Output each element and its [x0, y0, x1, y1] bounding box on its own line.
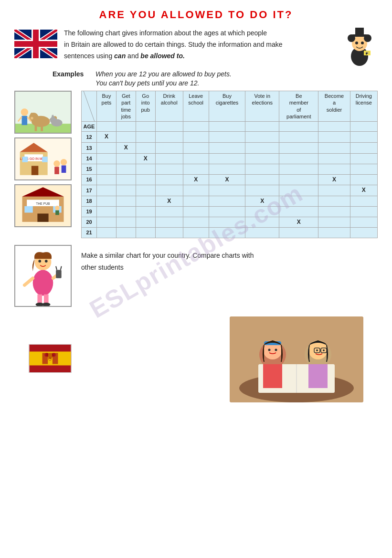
svg-rect-58 [55, 211, 59, 215]
mark-cell [97, 228, 117, 238]
uk-flag-icon [14, 30, 57, 58]
mark-cell [97, 153, 117, 164]
pets-image [14, 91, 72, 134]
svg-rect-67 [56, 270, 62, 278]
table-row: 20X [82, 217, 378, 228]
mark-cell [209, 143, 245, 154]
school-image: LET'S GO IN MAN! [14, 137, 72, 180]
mark-cell [279, 185, 318, 196]
intro-section: The following chart gives information ab… [14, 28, 378, 63]
svg-point-63 [45, 260, 48, 263]
mark-cell [350, 164, 377, 174]
mark-cell [350, 207, 377, 217]
example-1: When you are 12 you are allowed to buy p… [95, 70, 232, 78]
grad-character-icon [342, 28, 378, 63]
mark-cell [97, 143, 117, 154]
x-mark: X [225, 176, 229, 183]
svg-text:THE PUB: THE PUB [36, 202, 50, 205]
age-cell: 19 [82, 207, 97, 217]
mark-cell [245, 132, 279, 143]
mark-cell [97, 217, 117, 228]
mark-cell [245, 217, 279, 228]
svg-rect-28 [41, 126, 43, 131]
mark-cell [183, 132, 209, 143]
mark-cell [155, 153, 183, 164]
mark-cell [155, 228, 183, 238]
mark-cell [209, 228, 245, 238]
svg-rect-48 [62, 166, 66, 173]
col-header-buy-cigarettes: Buycigarettes [209, 91, 245, 122]
mark-cell: X [116, 143, 136, 154]
mark-cell [97, 207, 117, 217]
mark-cell: X [136, 153, 155, 164]
svg-line-20 [366, 53, 367, 54]
age-cell: 12 [82, 132, 97, 143]
x-mark: X [194, 176, 198, 183]
svg-point-98 [316, 349, 318, 351]
mark-cell [318, 207, 350, 217]
subheader-empty-2 [116, 122, 136, 132]
mark-cell [245, 228, 279, 238]
x-mark: X [167, 198, 171, 204]
mark-cell [183, 164, 209, 174]
svg-point-47 [61, 159, 67, 166]
mark-cell [97, 196, 117, 207]
age-cell: 21 [82, 228, 97, 238]
mark-cell [279, 228, 318, 238]
mark-cell [209, 217, 245, 228]
age-chart-table: Buypets Getparttimejobs Gointopub Drinka… [81, 91, 378, 238]
mark-cell: X [245, 196, 279, 207]
age-cell: 14 [82, 153, 97, 164]
intro-text: The following chart gives information ab… [64, 28, 337, 62]
mark-cell [136, 143, 155, 154]
table-row: 13X [82, 143, 378, 154]
mark-cell [155, 217, 183, 228]
svg-text:🛡: 🛡 [48, 358, 52, 362]
table-row: 17X [82, 185, 378, 196]
mark-cell: X [97, 132, 117, 143]
col-header-become-soldier: Becomeasoldier [318, 91, 350, 122]
mark-cell [245, 207, 279, 217]
mark-cell [155, 207, 183, 217]
mark-cell [350, 217, 377, 228]
x-mark: X [332, 176, 336, 183]
mark-cell [318, 196, 350, 207]
svg-point-45 [53, 160, 60, 167]
mark-cell [209, 196, 245, 207]
table-row: 12X [82, 132, 378, 143]
svg-point-91 [275, 348, 277, 351]
mark-cell [116, 196, 136, 207]
students-photo [230, 316, 363, 402]
x-mark: X [297, 219, 301, 225]
mark-cell [136, 196, 155, 207]
mark-cell [279, 196, 318, 207]
examples-section: Examples When you are 12 you are allowed… [14, 70, 378, 87]
mark-cell [183, 196, 209, 207]
mark-cell [209, 207, 245, 217]
mark-cell [97, 185, 117, 196]
mark-cell [155, 164, 183, 174]
svg-rect-8 [14, 41, 57, 47]
mark-cell [97, 164, 117, 174]
table-row: 14X [82, 153, 378, 164]
mark-cell [183, 153, 209, 164]
svg-line-59 [84, 91, 95, 121]
mark-cell [116, 164, 136, 174]
svg-rect-27 [35, 126, 37, 131]
svg-rect-54 [37, 213, 48, 221]
mark-cell [209, 153, 245, 164]
page-title: ARE YOU ALLOWED TO DO IT? [14, 9, 378, 21]
mark-cell [183, 207, 209, 217]
mark-cell [209, 164, 245, 174]
mark-cell: X [209, 174, 245, 185]
age-cell: 17 [82, 185, 97, 196]
mark-cell: X [279, 217, 318, 228]
col-header-vote: Vote inelections [245, 91, 279, 122]
x-mark: X [105, 133, 108, 140]
x-mark: X [124, 144, 128, 151]
mark-cell [245, 153, 279, 164]
col-header-get-part: Getparttimejobs [116, 91, 136, 122]
mark-cell [136, 174, 155, 185]
page: ESLprintables.com ARE YOU ALLOWED TO DO … [0, 0, 392, 558]
mark-cell [136, 207, 155, 217]
